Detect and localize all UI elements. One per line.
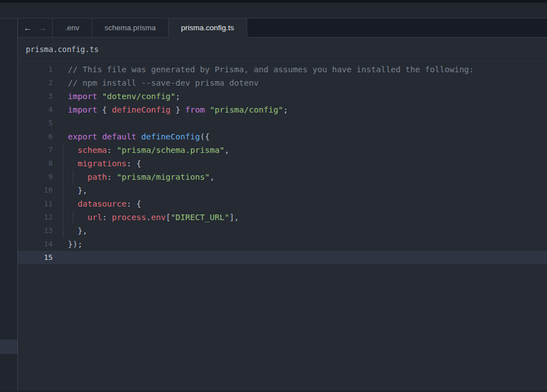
indent-guide bbox=[63, 184, 63, 197]
code-line-14[interactable]: 14}); bbox=[18, 237, 547, 251]
code-line-5[interactable]: 5 bbox=[18, 116, 547, 130]
tab-bar: ← → .envschema.prismaprisma.config.ts bbox=[18, 18, 547, 38]
editor-window: ← → .envschema.prismaprisma.config.ts pr… bbox=[0, 0, 547, 392]
line-number: 2 bbox=[18, 76, 53, 90]
indent-guide bbox=[63, 143, 63, 157]
line-number: 5 bbox=[18, 116, 53, 130]
line-number: 9 bbox=[18, 170, 53, 184]
code-line-7[interactable]: 7 schema: "prisma/schema.prisma", bbox=[18, 143, 547, 157]
code-line-10[interactable]: 10 }, bbox=[18, 184, 547, 197]
tab-schema-prisma[interactable]: schema.prisma bbox=[92, 18, 169, 38]
code-line-13[interactable]: 13 }, bbox=[18, 224, 547, 237]
line-number: 10 bbox=[18, 184, 53, 197]
code-text: }, bbox=[68, 184, 87, 197]
code-text: import { defineConfig } from "prisma/con… bbox=[68, 103, 288, 116]
tab-strip-empty bbox=[247, 18, 547, 38]
code-text: // npm install --save-dev prisma dotenv bbox=[68, 76, 258, 90]
code-text: migrations: { bbox=[68, 157, 141, 170]
line-number: 6 bbox=[18, 130, 53, 143]
line-number: 15 bbox=[18, 251, 53, 264]
rail-highlight-segment[interactable] bbox=[0, 339, 17, 354]
code-line-8[interactable]: 8 migrations: { bbox=[18, 157, 547, 170]
code-editor[interactable]: 1// This file was generated by Prisma, a… bbox=[18, 61, 547, 391]
tab-prisma-config-ts[interactable]: prisma.config.ts bbox=[169, 18, 247, 38]
line-number: 7 bbox=[18, 143, 53, 157]
breadcrumb[interactable]: prisma.config.ts bbox=[18, 38, 547, 61]
code-line-9[interactable]: 9 path: "prisma/migrations", bbox=[18, 170, 547, 184]
code-text: import "dotenv/config"; bbox=[68, 90, 180, 103]
code-line-2[interactable]: 2// npm install --save-dev prisma dotenv bbox=[18, 76, 547, 90]
line-number: 3 bbox=[18, 90, 53, 103]
indent-guide bbox=[63, 157, 63, 170]
indent-guide bbox=[73, 211, 73, 224]
back-arrow-icon: ← bbox=[24, 23, 32, 32]
code-text: schema: "prisma/schema.prisma", bbox=[68, 143, 229, 157]
history-nav: ← → bbox=[18, 18, 53, 38]
code-text: path: "prisma/migrations", bbox=[68, 170, 215, 184]
forward-arrow-icon: → bbox=[38, 23, 47, 32]
editor-panel: ← → .envschema.prismaprisma.config.ts pr… bbox=[18, 18, 547, 391]
line-number: 1 bbox=[18, 63, 53, 76]
line-number: 8 bbox=[18, 157, 53, 170]
nav-forward-button[interactable]: → bbox=[38, 24, 47, 32]
code-text: }, bbox=[68, 224, 87, 237]
indent-guide bbox=[73, 170, 73, 184]
indent-guide bbox=[63, 170, 63, 184]
line-number: 4 bbox=[18, 103, 53, 116]
left-rail bbox=[0, 18, 18, 391]
line-number: 11 bbox=[18, 197, 53, 211]
code-line-12[interactable]: 12 url: process.env["DIRECT_URL"], bbox=[18, 211, 547, 224]
code-text: export default defineConfig({ bbox=[68, 130, 210, 143]
code-text: // This file was generated by Prisma, an… bbox=[68, 63, 474, 76]
nav-back-button[interactable]: ← bbox=[24, 24, 32, 32]
code-text: }); bbox=[68, 237, 82, 251]
line-number: 14 bbox=[18, 237, 53, 251]
code-text: url: process.env["DIRECT_URL"], bbox=[68, 211, 239, 224]
indent-guide bbox=[63, 224, 63, 237]
breadcrumb-filename: prisma.config.ts bbox=[26, 45, 99, 54]
code-text: datasource: { bbox=[68, 197, 141, 211]
code-line-11[interactable]: 11 datasource: { bbox=[18, 197, 547, 211]
tab-env[interactable]: .env bbox=[53, 18, 92, 38]
code-line-4[interactable]: 4import { defineConfig } from "prisma/co… bbox=[18, 103, 547, 116]
line-number: 13 bbox=[18, 224, 53, 237]
top-bar bbox=[0, 3, 547, 18]
code-line-3[interactable]: 3import "dotenv/config"; bbox=[18, 90, 547, 103]
indent-guide bbox=[63, 211, 63, 224]
line-number: 12 bbox=[18, 211, 53, 224]
code-line-6[interactable]: 6export default defineConfig({ bbox=[18, 130, 547, 143]
code-line-1[interactable]: 1// This file was generated by Prisma, a… bbox=[18, 63, 547, 76]
indent-guide bbox=[63, 197, 63, 211]
code-line-15[interactable]: 15 bbox=[18, 251, 547, 264]
